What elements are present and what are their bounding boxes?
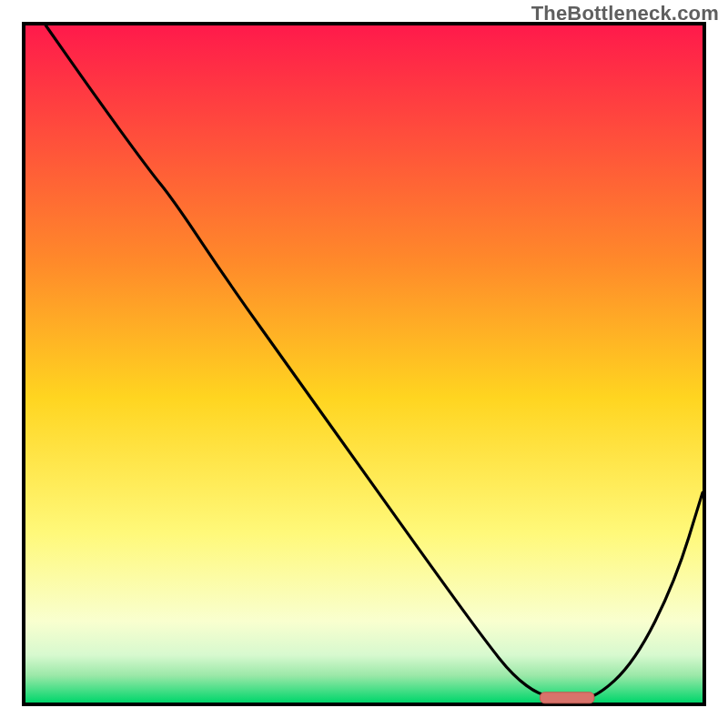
- optimum-marker: [540, 693, 594, 703]
- watermark-text: TheBottleneck.com: [531, 2, 719, 25]
- plot-background: [25, 25, 703, 703]
- bottleneck-chart: [0, 0, 728, 728]
